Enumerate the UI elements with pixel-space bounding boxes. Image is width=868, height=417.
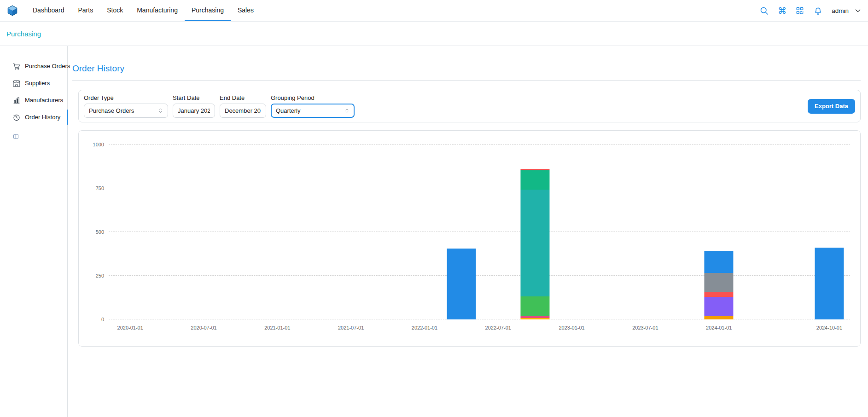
stacked-bar[interactable] — [705, 251, 734, 319]
search-icon — [759, 6, 769, 16]
bar-segment — [705, 251, 734, 273]
x-axis-tick-label: 2023-07-01 — [632, 325, 658, 330]
x-axis-tick-label: 2021-07-01 — [338, 325, 364, 330]
tab-sales-label: Sales — [238, 6, 254, 14]
sidebar-item-order-history[interactable]: Order History — [0, 109, 67, 126]
bar-segment — [815, 248, 844, 319]
bar-segment — [520, 170, 549, 190]
x-axis-tick-label: 2024-01-01 — [706, 325, 732, 330]
x-axis-tick-label: 2021-01-01 — [264, 325, 290, 330]
order-type-label: Order Type — [84, 94, 168, 101]
grouping-period-filter: Grouping Period Quarterly — [271, 94, 355, 118]
app-logo[interactable] — [6, 0, 18, 21]
gridline — [109, 275, 850, 276]
start-date-label: Start Date — [173, 94, 215, 101]
history-icon — [12, 113, 21, 122]
order-type-filter: Order Type Purchase Orders — [84, 94, 168, 118]
y-axis-tick-label: 0 — [101, 317, 104, 322]
barcode-scan-button[interactable] — [795, 6, 804, 15]
gridline — [109, 188, 850, 188]
sidebar-collapse-button[interactable] — [12, 133, 19, 141]
y-axis-tick-label: 1000 — [93, 142, 104, 147]
y-axis-tick-label: 500 — [96, 229, 104, 235]
x-axis-tick-label: 2020-01-01 — [117, 325, 143, 330]
top-navbar: Dashboard Parts Stock Manufacturing Purc… — [0, 0, 868, 22]
command-palette-button[interactable]: ⌘ — [778, 6, 786, 15]
tab-dashboard-label: Dashboard — [33, 6, 64, 14]
stacked-bar[interactable] — [447, 249, 476, 319]
bar-segment — [705, 297, 734, 316]
qrcode-icon — [795, 6, 804, 15]
tab-parts[interactable]: Parts — [71, 0, 100, 21]
x-axis-tick-label: 2020-07-01 — [191, 325, 216, 330]
start-date-input[interactable] — [173, 104, 215, 118]
sidebar-item-suppliers[interactable]: Suppliers — [0, 75, 67, 92]
building-store-icon — [12, 79, 21, 87]
bell-icon — [813, 6, 823, 16]
tab-parts-label: Parts — [78, 6, 93, 14]
chevron-up-down-icon — [344, 107, 350, 114]
order-type-value: Purchase Orders — [89, 107, 134, 114]
bar-segment — [520, 318, 549, 319]
end-date-input[interactable] — [220, 104, 266, 118]
inventree-logo-icon — [6, 5, 18, 17]
stacked-bar[interactable] — [815, 248, 844, 319]
chart-bars-icon — [12, 96, 21, 104]
shopping-cart-icon — [12, 62, 21, 70]
purchasing-sidebar: Purchase Orders Suppliers Manufacturers — [0, 46, 68, 417]
chevron-down-icon — [854, 7, 862, 14]
bar-segment — [520, 296, 549, 316]
x-axis-tick-label: 2023-01-01 — [559, 325, 584, 330]
navbar-actions: ⌘ admin — [759, 0, 862, 21]
x-axis-tick-label: 2022-07-01 — [485, 325, 511, 330]
tab-dashboard[interactable]: Dashboard — [26, 0, 71, 21]
tab-manufacturing[interactable]: Manufacturing — [130, 0, 185, 21]
gridline — [109, 144, 850, 145]
tab-manufacturing-label: Manufacturing — [137, 6, 178, 14]
chevron-up-down-icon — [157, 107, 164, 114]
tab-sales[interactable]: Sales — [231, 0, 261, 21]
stacked-bar[interactable] — [520, 168, 549, 319]
gridline — [109, 232, 850, 232]
tab-purchasing-label: Purchasing — [192, 6, 224, 14]
user-menu[interactable]: admin — [832, 7, 862, 14]
notifications-button[interactable] — [813, 6, 823, 16]
layout-sidebar-icon — [12, 133, 19, 140]
sidebar-item-purchase-orders-label: Purchase Orders — [25, 63, 70, 70]
order-history-chart: 025050075010002020-01-012020-07-012021-0… — [109, 145, 850, 319]
main-panel: Order History Order Type Purchase Orders… — [68, 46, 868, 417]
content-area: Purchase Orders Suppliers Manufacturers — [0, 46, 868, 417]
start-date-filter: Start Date — [173, 94, 215, 118]
tab-purchasing[interactable]: Purchasing — [185, 0, 231, 21]
x-axis-tick-label: 2024-10-01 — [816, 325, 842, 330]
grouping-period-value: Quarterly — [276, 107, 300, 114]
bar-segment — [447, 249, 476, 319]
sidebar-item-manufacturers-label: Manufacturers — [25, 97, 63, 104]
bar-segment — [520, 190, 549, 296]
search-button[interactable] — [759, 6, 769, 16]
filter-panel: Order Type Purchase Orders Start Date En… — [78, 90, 861, 122]
sidebar-item-purchase-orders[interactable]: Purchase Orders — [0, 58, 67, 75]
breadcrumb: Purchasing — [0, 22, 868, 46]
sidebar-item-order-history-label: Order History — [25, 114, 60, 121]
page-title: Order History — [72, 64, 861, 74]
breadcrumb-purchasing-link[interactable]: Purchasing — [6, 30, 41, 38]
grouping-period-label: Grouping Period — [271, 94, 355, 101]
order-type-select[interactable]: Purchase Orders — [84, 104, 168, 118]
sidebar-item-suppliers-label: Suppliers — [25, 80, 50, 87]
y-axis-tick-label: 750 — [96, 185, 104, 191]
export-data-button[interactable]: Export Data — [808, 99, 855, 114]
bar-segment — [705, 273, 734, 292]
username-label: admin — [832, 7, 849, 14]
x-axis-tick-label: 2022-01-01 — [412, 325, 437, 330]
end-date-filter: End Date — [220, 94, 266, 118]
end-date-label: End Date — [220, 94, 266, 101]
sidebar-item-manufacturers[interactable]: Manufacturers — [0, 92, 67, 109]
grouping-period-select[interactable]: Quarterly — [271, 104, 355, 118]
tab-stock[interactable]: Stock — [100, 0, 130, 21]
gridline — [109, 319, 850, 319]
tab-stock-label: Stock — [107, 6, 123, 14]
bar-segment — [705, 292, 734, 297]
heading-divider — [72, 80, 861, 81]
command-icon: ⌘ — [778, 6, 786, 15]
